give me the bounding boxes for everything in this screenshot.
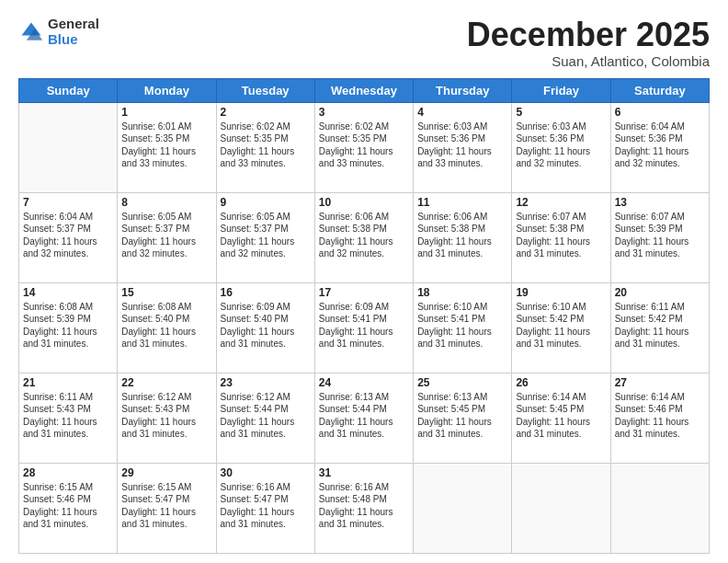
day-info: Sunrise: 6:15 AMSunset: 5:46 PMDaylight:…	[23, 481, 113, 531]
calendar-cell: 12Sunrise: 6:07 AMSunset: 5:38 PMDayligh…	[512, 192, 610, 282]
calendar-cell	[512, 463, 610, 553]
logo-general: General	[48, 17, 99, 32]
calendar-cell: 27Sunrise: 6:14 AMSunset: 5:46 PMDayligh…	[610, 373, 709, 463]
day-number: 31	[319, 466, 409, 479]
day-number: 17	[319, 286, 409, 299]
day-info: Sunrise: 6:05 AMSunset: 5:37 PMDaylight:…	[221, 211, 311, 260]
calendar-cell: 29Sunrise: 6:15 AMSunset: 5:47 PMDayligh…	[118, 463, 216, 553]
logo-blue: Blue	[48, 32, 99, 48]
day-info: Sunrise: 6:09 AMSunset: 5:41 PMDaylight:…	[319, 301, 409, 350]
day-info: Sunrise: 6:13 AMSunset: 5:44 PMDaylight:…	[319, 391, 409, 441]
calendar-cell: 30Sunrise: 6:16 AMSunset: 5:47 PMDayligh…	[216, 463, 314, 553]
calendar-cell: 26Sunrise: 6:14 AMSunset: 5:45 PMDayligh…	[512, 373, 610, 463]
day-number: 27	[615, 376, 705, 389]
day-number: 21	[23, 376, 113, 389]
calendar-cell: 17Sunrise: 6:09 AMSunset: 5:41 PMDayligh…	[314, 282, 413, 373]
calendar-cell: 18Sunrise: 6:10 AMSunset: 5:41 PMDayligh…	[414, 282, 512, 373]
calendar-header-saturday: Saturday	[610, 78, 709, 102]
calendar-cell: 9Sunrise: 6:05 AMSunset: 5:37 PMDaylight…	[216, 192, 314, 282]
day-number: 8	[121, 196, 211, 209]
calendar-header-sunday: Sunday	[19, 78, 118, 102]
calendar-cell: 21Sunrise: 6:11 AMSunset: 5:43 PMDayligh…	[19, 373, 118, 463]
day-info: Sunrise: 6:10 AMSunset: 5:42 PMDaylight:…	[516, 301, 606, 350]
day-info: Sunrise: 6:16 AMSunset: 5:47 PMDaylight:…	[221, 481, 311, 531]
day-info: Sunrise: 6:02 AMSunset: 5:35 PMDaylight:…	[221, 121, 311, 170]
day-info: Sunrise: 6:13 AMSunset: 5:45 PMDaylight:…	[417, 391, 507, 441]
calendar-cell: 19Sunrise: 6:10 AMSunset: 5:42 PMDayligh…	[512, 282, 610, 373]
day-info: Sunrise: 6:02 AMSunset: 5:35 PMDaylight:…	[319, 121, 409, 170]
day-number: 5	[516, 106, 606, 119]
calendar-header-thursday: Thursday	[414, 78, 512, 102]
calendar-cell: 20Sunrise: 6:11 AMSunset: 5:42 PMDayligh…	[610, 282, 709, 373]
day-number: 26	[516, 376, 606, 389]
day-info: Sunrise: 6:05 AMSunset: 5:37 PMDaylight:…	[121, 211, 211, 260]
day-info: Sunrise: 6:12 AMSunset: 5:44 PMDaylight:…	[221, 391, 311, 441]
day-info: Sunrise: 6:12 AMSunset: 5:43 PMDaylight:…	[121, 391, 211, 441]
day-number: 3	[319, 106, 409, 119]
day-number: 2	[221, 106, 311, 119]
day-info: Sunrise: 6:04 AMSunset: 5:36 PMDaylight:…	[615, 121, 705, 170]
logo-icon	[18, 19, 44, 45]
day-number: 13	[615, 196, 705, 209]
calendar-cell: 10Sunrise: 6:06 AMSunset: 5:38 PMDayligh…	[314, 192, 413, 282]
calendar-cell: 16Sunrise: 6:09 AMSunset: 5:40 PMDayligh…	[216, 282, 314, 373]
day-info: Sunrise: 6:15 AMSunset: 5:47 PMDaylight:…	[121, 481, 211, 531]
day-info: Sunrise: 6:10 AMSunset: 5:41 PMDaylight:…	[417, 301, 507, 350]
calendar-cell	[19, 102, 118, 192]
day-info: Sunrise: 6:04 AMSunset: 5:37 PMDaylight:…	[23, 211, 113, 260]
day-number: 18	[417, 286, 507, 299]
day-number: 11	[417, 196, 507, 209]
day-number: 19	[516, 286, 606, 299]
logo-text: General Blue	[48, 17, 99, 47]
day-info: Sunrise: 6:07 AMSunset: 5:38 PMDaylight:…	[516, 211, 606, 260]
day-number: 4	[417, 106, 507, 119]
day-number: 14	[23, 286, 113, 299]
calendar-cell: 25Sunrise: 6:13 AMSunset: 5:45 PMDayligh…	[414, 373, 512, 463]
day-number: 23	[221, 376, 311, 389]
calendar-cell: 14Sunrise: 6:08 AMSunset: 5:39 PMDayligh…	[19, 282, 118, 373]
day-info: Sunrise: 6:08 AMSunset: 5:40 PMDaylight:…	[121, 301, 211, 350]
calendar-week-4: 21Sunrise: 6:11 AMSunset: 5:43 PMDayligh…	[19, 373, 710, 463]
day-info: Sunrise: 6:14 AMSunset: 5:45 PMDaylight:…	[516, 391, 606, 441]
calendar-week-1: 1Sunrise: 6:01 AMSunset: 5:35 PMDaylight…	[19, 102, 710, 192]
calendar-table: SundayMondayTuesdayWednesdayThursdayFrid…	[18, 78, 710, 554]
day-number: 12	[516, 196, 606, 209]
logo: General Blue	[18, 17, 99, 47]
day-number: 6	[615, 106, 705, 119]
title-location: Suan, Atlantico, Colombia	[467, 53, 710, 69]
day-info: Sunrise: 6:06 AMSunset: 5:38 PMDaylight:…	[319, 211, 409, 260]
day-number: 30	[221, 466, 311, 479]
calendar-cell	[414, 463, 512, 553]
calendar-cell: 3Sunrise: 6:02 AMSunset: 5:35 PMDaylight…	[314, 102, 413, 192]
calendar-cell: 23Sunrise: 6:12 AMSunset: 5:44 PMDayligh…	[216, 373, 314, 463]
calendar-header-wednesday: Wednesday	[314, 78, 413, 102]
day-number: 28	[23, 466, 113, 479]
calendar-cell: 5Sunrise: 6:03 AMSunset: 5:36 PMDaylight…	[512, 102, 610, 192]
calendar-cell: 13Sunrise: 6:07 AMSunset: 5:39 PMDayligh…	[610, 192, 709, 282]
calendar-cell	[610, 463, 709, 553]
day-info: Sunrise: 6:09 AMSunset: 5:40 PMDaylight:…	[221, 301, 311, 350]
day-number: 10	[319, 196, 409, 209]
day-info: Sunrise: 6:06 AMSunset: 5:38 PMDaylight:…	[417, 211, 507, 260]
calendar-cell: 8Sunrise: 6:05 AMSunset: 5:37 PMDaylight…	[118, 192, 216, 282]
calendar-header-monday: Monday	[118, 78, 216, 102]
day-info: Sunrise: 6:11 AMSunset: 5:42 PMDaylight:…	[615, 301, 705, 350]
calendar-cell: 15Sunrise: 6:08 AMSunset: 5:40 PMDayligh…	[118, 282, 216, 373]
day-number: 24	[319, 376, 409, 389]
calendar-cell: 31Sunrise: 6:16 AMSunset: 5:48 PMDayligh…	[314, 463, 413, 553]
day-info: Sunrise: 6:03 AMSunset: 5:36 PMDaylight:…	[417, 121, 507, 170]
day-info: Sunrise: 6:03 AMSunset: 5:36 PMDaylight:…	[516, 121, 606, 170]
calendar-header-row: SundayMondayTuesdayWednesdayThursdayFrid…	[19, 78, 710, 102]
day-number: 20	[615, 286, 705, 299]
header: General Blue December 2025 Suan, Atlanti…	[18, 17, 710, 69]
day-number: 25	[417, 376, 507, 389]
title-month: December 2025	[467, 17, 710, 53]
day-number: 15	[121, 286, 211, 299]
calendar-week-2: 7Sunrise: 6:04 AMSunset: 5:37 PMDaylight…	[19, 192, 710, 282]
day-info: Sunrise: 6:01 AMSunset: 5:35 PMDaylight:…	[121, 121, 211, 170]
day-number: 16	[221, 286, 311, 299]
calendar-header-tuesday: Tuesday	[216, 78, 314, 102]
day-number: 9	[221, 196, 311, 209]
calendar-cell: 22Sunrise: 6:12 AMSunset: 5:43 PMDayligh…	[118, 373, 216, 463]
calendar-week-3: 14Sunrise: 6:08 AMSunset: 5:39 PMDayligh…	[19, 282, 710, 373]
